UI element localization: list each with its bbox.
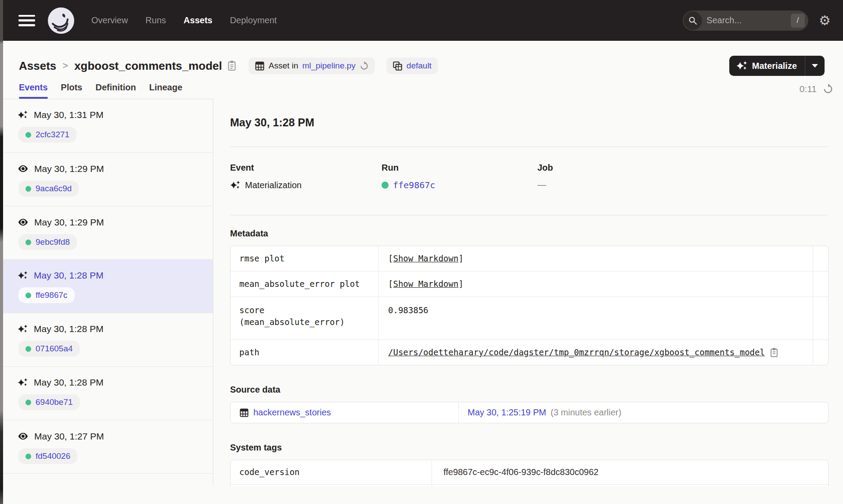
metadata-row: path /Users/odetteharary/code/dagster/tm… xyxy=(231,340,828,365)
source-timestamp-link[interactable]: May 30, 1:25:19 PM xyxy=(468,407,546,418)
event-label: Event xyxy=(230,163,382,173)
run-id-badge[interactable]: 6940be71 xyxy=(18,394,80,410)
metadata-table: rmse plot [Show Markdown] mean_absolute_… xyxy=(230,246,829,365)
metadata-value: [Show Markdown] xyxy=(378,246,813,271)
event-detail-panel: May 30, 1:28 PM Event Materialization Ru… xyxy=(213,99,843,486)
system-tag-value xyxy=(432,485,828,486)
asset-in-badge: Asset in ml_pipeline.py xyxy=(249,57,375,74)
materialize-label: Materialize xyxy=(752,61,797,71)
run-status-dot xyxy=(25,293,31,298)
metadata-row: rmse plot [Show Markdown] xyxy=(231,246,828,272)
search-input[interactable] xyxy=(706,15,777,25)
pipeline-file-link[interactable]: ml_pipeline.py xyxy=(302,61,355,71)
asset-table-icon xyxy=(239,408,249,418)
hamburger-menu-icon[interactable] xyxy=(18,15,35,26)
run-status-dot xyxy=(382,182,389,189)
copy-asset-name-icon[interactable] xyxy=(227,60,237,71)
run-label: Run xyxy=(382,163,537,173)
screenshot-edge-artifact xyxy=(0,0,3,504)
refresh-icon[interactable] xyxy=(823,84,833,94)
refresh-countdown: 0:11 xyxy=(800,84,817,94)
system-tag-value: ffe9867c-ec9c-4f06-939c-f8dc830c0962 xyxy=(432,460,828,484)
nav-item-deployment[interactable]: Deployment xyxy=(230,15,277,25)
repo-default-link[interactable]: default xyxy=(407,61,432,71)
event-type-value: Materialization xyxy=(245,180,302,190)
observation-eye-icon xyxy=(18,217,29,228)
source-data-row: hackernews_stories May 30, 1:25:19 PM (3… xyxy=(231,402,828,423)
materialize-dropdown-button[interactable] xyxy=(805,56,825,76)
metadata-value: 0.983856 xyxy=(378,297,813,340)
event-timestamp: May 30, 1:31 PM xyxy=(34,110,104,120)
metadata-action-column xyxy=(813,272,828,297)
event-timestamp: May 30, 1:27 PM xyxy=(34,431,104,442)
run-id-badge[interactable]: 2cfc3271 xyxy=(18,127,76,143)
job-value: — xyxy=(537,180,546,190)
run-id-badge[interactable]: 071605a4 xyxy=(18,341,80,357)
tab-plots[interactable]: Plots xyxy=(61,82,83,99)
chevron-down-icon xyxy=(812,64,818,68)
metadata-link[interactable]: Show Markdown xyxy=(393,254,458,263)
materialization-icon xyxy=(18,377,28,388)
event-list-item[interactable]: May 30, 1:28 PM ffe9867c xyxy=(0,260,213,313)
job-label: Job xyxy=(537,163,553,173)
run-status-dot xyxy=(25,132,31,138)
search-box[interactable]: / xyxy=(683,11,808,31)
event-list-item[interactable]: May 30, 1:29 PM 9aca6c9d xyxy=(0,153,213,206)
run-id-badge[interactable]: fd540026 xyxy=(18,448,77,464)
run-id-link: 9aca6c9d xyxy=(36,184,72,193)
dagster-logo-icon[interactable] xyxy=(47,7,75,34)
source-data-heading: Source data xyxy=(230,385,829,395)
nav-item-assets[interactable]: Assets xyxy=(184,15,213,25)
repo-badge: default xyxy=(386,57,438,74)
metadata-link[interactable]: Show Markdown xyxy=(393,279,458,289)
metadata-key: path xyxy=(231,340,378,365)
observation-eye-icon xyxy=(18,163,29,174)
system-tag-row xyxy=(231,485,828,486)
asset-grid-icon xyxy=(255,61,265,71)
run-id-badge[interactable]: 9ebc9fd8 xyxy=(18,234,77,250)
observation-eye-icon xyxy=(18,431,29,442)
run-id-link: ffe9867c xyxy=(36,290,68,300)
nav-item-overview[interactable]: Overview xyxy=(91,15,128,25)
event-timestamp: May 30, 1:28 PM xyxy=(34,377,104,388)
event-timestamp: May 30, 1:29 PM xyxy=(34,164,104,174)
run-id-link[interactable]: ffe9867c xyxy=(393,180,435,190)
metadata-heading: Metadata xyxy=(230,229,829,239)
event-list-item[interactable]: May 30, 1:29 PM 9ebc9fd8 xyxy=(0,206,213,260)
copy-path-icon[interactable] xyxy=(769,347,779,358)
event-list-item[interactable]: May 30, 1:27 PM fd540026 xyxy=(0,420,213,474)
tab-lineage[interactable]: Lineage xyxy=(149,82,183,99)
metadata-key: rmse plot xyxy=(231,246,378,271)
top-nav: OverviewRunsAssetsDeployment / ⚙ xyxy=(0,0,843,41)
metadata-key: score(mean_absolute_error) xyxy=(231,297,378,340)
system-tag-key xyxy=(231,485,432,486)
event-list-item[interactable]: May 30, 1:28 PM 071605a4 xyxy=(0,313,213,367)
run-id-badge[interactable]: 9aca6c9d xyxy=(18,181,79,197)
system-tag-row: code_version ffe9867c-ec9c-4f06-939c-f8d… xyxy=(231,460,828,485)
metadata-link[interactable]: /Users/odetteharary/code/dagster/tmp_0mz… xyxy=(388,347,765,357)
run-status-dot xyxy=(25,346,31,352)
reload-definitions-icon[interactable] xyxy=(360,61,369,71)
event-list-item[interactable]: May 30, 1:31 PM 2cfc3271 xyxy=(0,99,213,153)
run-id-badge[interactable]: ffe9867c xyxy=(18,287,75,303)
system-tags-heading: System tags xyxy=(230,443,829,453)
tab-definition[interactable]: Definition xyxy=(96,82,136,99)
event-list-item[interactable]: May 30, 1:28 PM 6940be71 xyxy=(0,367,213,420)
event-detail-heading: May 30, 1:28 PM xyxy=(230,116,829,129)
metadata-row: mean_absolute_error plot [Show Markdown] xyxy=(231,272,828,297)
materialize-button[interactable]: Materialize xyxy=(729,56,805,76)
materialization-icon xyxy=(18,110,28,120)
metadata-value: [Show Markdown] xyxy=(378,272,813,297)
system-tags-table: code_version ffe9867c-ec9c-4f06-939c-f8d… xyxy=(230,460,829,486)
breadcrumb-assets-link[interactable]: Assets xyxy=(19,59,56,73)
source-data-table: hackernews_stories May 30, 1:25:19 PM (3… xyxy=(230,402,829,423)
source-asset-link[interactable]: hackernews_stories xyxy=(253,407,331,418)
search-icon xyxy=(684,11,702,30)
event-timestamp: May 30, 1:28 PM xyxy=(34,324,104,334)
metadata-action-column xyxy=(813,340,828,365)
tab-events[interactable]: Events xyxy=(19,82,48,99)
nav-item-runs[interactable]: Runs xyxy=(145,15,166,25)
run-id-link: fd540026 xyxy=(36,451,70,461)
run-status-dot xyxy=(25,454,31,459)
settings-gear-icon[interactable]: ⚙ xyxy=(819,14,831,27)
